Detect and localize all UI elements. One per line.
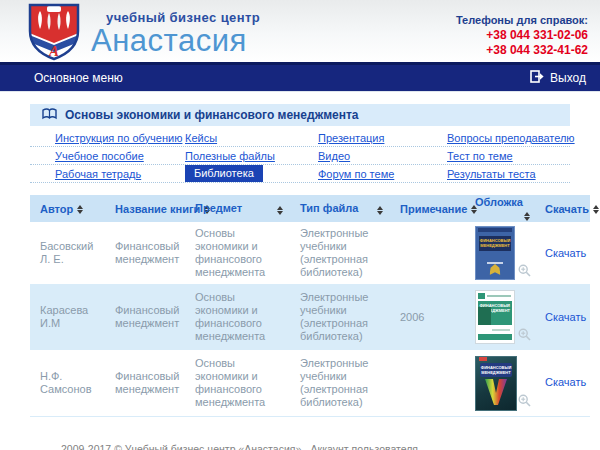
- link-library-active[interactable]: Библиотека: [185, 165, 263, 182]
- book-cover-thumbnail[interactable]: ФИНАНСОВЫЙ МЕНЕДЖМЕНТ: [475, 226, 515, 280]
- phone-number-2: +38 044 332-41-62: [456, 43, 588, 58]
- sort-icon: [377, 206, 383, 215]
- cell-subject: Основы экономики и финансового менеджмен…: [185, 222, 290, 284]
- cell-cover: ФИНАНСОВЫЙ МЕНЕДЖМЕНТ: [465, 284, 535, 350]
- cover-art: [484, 379, 508, 408]
- zoom-cover-icon[interactable]: [518, 264, 531, 280]
- brand-title: учебный бизнес центр Анастасия: [91, 11, 260, 56]
- link-video[interactable]: Видео: [318, 150, 350, 162]
- phones-label: Телефоны для справок:: [456, 14, 588, 26]
- column-header-download[interactable]: Скачать: [535, 195, 590, 222]
- logout-button[interactable]: Выход: [530, 70, 586, 86]
- sort-icon: [593, 205, 599, 214]
- cell-filetype: Электронные учебники (электронная библио…: [290, 222, 390, 284]
- link-workbook[interactable]: Рабочая тетрадь: [55, 168, 141, 180]
- link-test[interactable]: Тест по теме: [447, 150, 513, 162]
- cell-author: Карасева И.М: [30, 284, 105, 350]
- download-link[interactable]: Скачать: [545, 311, 586, 323]
- course-title-band: Основы экономики и финансового менеджмен…: [30, 104, 570, 126]
- sort-icon: [524, 212, 530, 221]
- book-row-2: Карасева И.М Финансовый менеджмент Основ…: [30, 284, 590, 350]
- course-links: Инструкция по обучению Кейсы Презентация…: [30, 129, 570, 183]
- cell-cover: ФИНАНСОВЫЙ МЕНЕДЖМЕНТ: [465, 222, 535, 284]
- download-link[interactable]: Скачать: [545, 376, 586, 388]
- download-link[interactable]: Скачать: [545, 247, 586, 259]
- book-row-1: Басовский Л. Е. Финансовый менеджмент Ос…: [30, 222, 590, 284]
- library-table: Автор Название книги Предмет Тип файла П…: [30, 195, 590, 417]
- link-textbook[interactable]: Учебное пособие: [55, 150, 144, 162]
- book-row-3: Н.Ф. Самсонов Финансовый менеджмент Осно…: [30, 350, 590, 416]
- sort-icon: [277, 206, 283, 215]
- link-cases[interactable]: Кейсы: [185, 132, 217, 144]
- column-header-subject[interactable]: Предмет: [185, 195, 290, 222]
- cell-note: 2006: [390, 284, 465, 350]
- book-cover-thumbnail[interactable]: ФИНАНСОВЫЙ МЕНЕДЖМЕНТ: [475, 356, 517, 411]
- site-header: А учебный бизнес центр Анастасия Телефон…: [0, 0, 600, 62]
- links-row: Рабочая тетрадь Библиотека Форум по теме…: [30, 165, 570, 183]
- cell-note: [390, 222, 465, 284]
- main-menu-button[interactable]: Основное меню: [34, 71, 123, 85]
- link-test-results[interactable]: Результаты теста: [447, 168, 536, 180]
- link-useful-files[interactable]: Полезные файлы: [185, 150, 275, 162]
- phone-number-1: +38 044 331-02-06: [456, 28, 588, 43]
- link-instruction[interactable]: Инструкция по обучению: [55, 132, 182, 144]
- column-header-book[interactable]: Название книги: [105, 195, 185, 222]
- cell-book: Финансовый менеджмент: [105, 222, 185, 284]
- brand-name: Анастасия: [91, 25, 260, 56]
- cell-note: [390, 350, 465, 416]
- links-row: Учебное пособие Полезные файлы Видео Тес…: [30, 147, 570, 165]
- footer-copyright: 2009-2017 © Учебный бизнес центр «Анаста…: [61, 443, 570, 450]
- sort-icon: [77, 205, 83, 214]
- cell-subject: Основы экономики и финансового менеджмен…: [185, 350, 290, 416]
- cell-filetype: Электронные учебники (электронная библио…: [290, 284, 390, 350]
- cell-cover: ФИНАНСОВЫЙ МЕНЕДЖМЕНТ: [465, 350, 535, 416]
- cell-book: Финансовый менеджмент: [105, 350, 185, 416]
- open-book-icon: [42, 106, 57, 124]
- logout-label: Выход: [550, 71, 586, 85]
- zoom-cover-icon[interactable]: [518, 328, 531, 344]
- link-forum[interactable]: Форум по теме: [318, 168, 394, 180]
- table-header-row: Автор Название книги Предмет Тип файла П…: [30, 195, 590, 222]
- logout-icon: [530, 70, 544, 86]
- zoom-cover-icon[interactable]: [518, 394, 531, 410]
- link-questions[interactable]: Вопросы преподавателю: [447, 132, 575, 144]
- cell-filetype: Электронные учебники (электронная библио…: [290, 350, 390, 416]
- link-presentation[interactable]: Презентация: [318, 132, 384, 144]
- column-header-filetype[interactable]: Тип файла: [290, 195, 390, 222]
- main-navbar: Основное меню Выход: [0, 62, 600, 92]
- book-cover-thumbnail[interactable]: ФИНАНСОВЫЙ МЕНЕДЖМЕНТ: [475, 290, 515, 344]
- page-title: Основы экономики и финансового менеджмен…: [65, 108, 359, 122]
- links-row: Инструкция по обучению Кейсы Презентация…: [30, 129, 570, 147]
- cell-author: Басовский Л. Е.: [30, 222, 105, 284]
- cell-book: Финансовый менеджмент: [105, 284, 185, 350]
- cell-author: Н.Ф. Самсонов: [30, 350, 105, 416]
- cell-subject: Основы экономики и финансового менеджмен…: [185, 284, 290, 350]
- column-header-note[interactable]: Примечание: [390, 195, 465, 222]
- column-header-author[interactable]: Автор: [30, 195, 105, 222]
- contact-phones: Телефоны для справок: +38 044 331-02-06 …: [456, 14, 588, 58]
- crest-logo-icon: А: [27, 3, 81, 65]
- main-content: Основы экономики и финансового менеджмен…: [0, 92, 600, 450]
